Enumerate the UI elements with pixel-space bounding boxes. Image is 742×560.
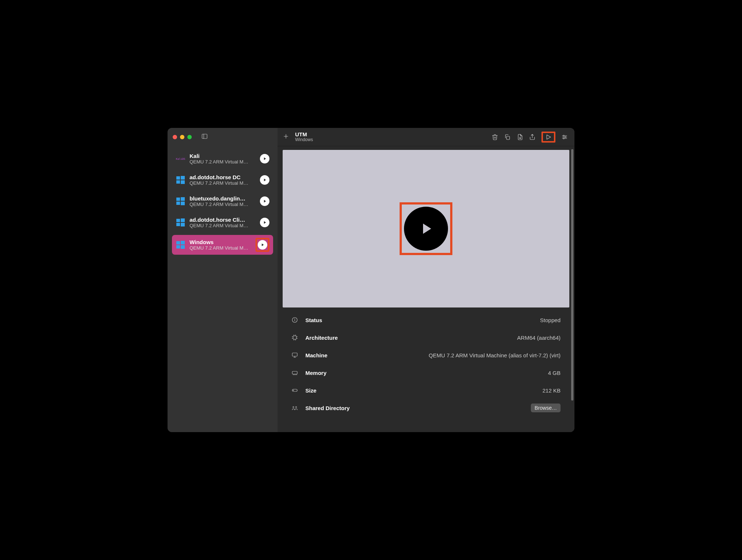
vm-item-text: Kali QEMU 7.2 ARM Virtual M… [190, 153, 256, 165]
svg-rect-9 [176, 202, 180, 205]
browse-button[interactable]: Browse… [531, 404, 561, 412]
preview-play-button[interactable] [404, 207, 448, 251]
detail-label: Memory [305, 370, 327, 376]
import-button[interactable] [517, 134, 523, 140]
svg-rect-46 [292, 371, 297, 374]
svg-rect-0 [202, 134, 207, 139]
detail-row-status: Status Stopped [291, 311, 561, 329]
svg-rect-21 [507, 136, 510, 139]
vm-item-subtitle: QEMU 7.2 ARM Virtual M… [190, 180, 256, 186]
vm-list: KaliOS Kali QEMU 7.2 ARM Virtual M… a [168, 146, 278, 255]
vm-item-bluetuxedo[interactable]: bluetuxedo.danglin… QEMU 7.2 ARM Virtual… [172, 192, 273, 210]
run-button[interactable] [545, 134, 552, 140]
sidebar: KaliOS Kali QEMU 7.2 ARM Virtual M… a [168, 128, 278, 432]
vm-preview [283, 150, 569, 307]
svg-rect-5 [176, 180, 180, 184]
scrollbar-track[interactable] [571, 149, 574, 428]
highlight-ring [400, 202, 452, 255]
vm-start-button[interactable] [260, 196, 269, 206]
detail-row-shared-directory: Shared Directory Browse… [291, 399, 561, 417]
vm-item-ad-dc[interactable]: ad.dotdot.horse DC QEMU 7.2 ARM Virtual … [172, 171, 273, 189]
detail-label: Size [305, 387, 316, 394]
vm-item-text: Windows QEMU 7.2 ARM Virtual M… [190, 239, 252, 251]
app-title: UTM [295, 132, 313, 138]
vm-details: Status Stopped Architecture ARM64 (aarch… [283, 307, 569, 432]
vm-item-text: ad.dotdot.horse DC QEMU 7.2 ARM Virtual … [190, 174, 256, 186]
toolbar-title-group: UTM Windows [295, 132, 313, 143]
vm-item-text: ad.dotdot.horse Cli… QEMU 7.2 ARM Virtua… [190, 217, 256, 228]
settings-button[interactable] [561, 134, 568, 140]
memory-icon [291, 369, 299, 376]
detail-row-memory: Memory 4 GB [291, 364, 561, 382]
svg-rect-3 [176, 176, 180, 180]
svg-rect-7 [176, 198, 180, 201]
svg-rect-6 [181, 180, 185, 184]
svg-text:KaliOS: KaliOS [176, 158, 185, 161]
vm-item-name: Kali [190, 153, 256, 159]
svg-rect-18 [181, 245, 185, 249]
svg-rect-14 [181, 223, 185, 226]
svg-rect-4 [181, 176, 185, 180]
windows-os-icon [176, 240, 186, 250]
windows-os-icon [176, 217, 186, 228]
vm-start-button[interactable] [258, 240, 267, 250]
vm-item-subtitle: QEMU 7.2 ARM Virtual M… [190, 223, 256, 228]
svg-point-52 [293, 390, 294, 391]
detail-row-size: Size 212 KB [291, 382, 561, 399]
detail-value: 4 GB [548, 370, 561, 376]
detail-value: 212 KB [543, 387, 561, 394]
detail-label: Shared Directory [305, 405, 350, 411]
vm-start-button[interactable] [260, 154, 269, 163]
vm-item-text: bluetuxedo.danglin… QEMU 7.2 ARM Virtual… [190, 195, 256, 207]
svg-rect-10 [181, 202, 185, 205]
toolbar: UTM Windows [278, 128, 574, 146]
share-button[interactable] [529, 134, 536, 140]
add-vm-button[interactable] [281, 132, 291, 143]
vm-start-button[interactable] [260, 218, 269, 227]
vm-item-windows[interactable]: Windows QEMU 7.2 ARM Virtual M… [172, 235, 273, 255]
detail-value: QEMU 7.2 ARM Virtual Machine (alias of v… [429, 352, 561, 358]
windows-os-icon [176, 175, 186, 185]
main-panel: UTM Windows [278, 128, 574, 432]
svg-point-33 [295, 319, 295, 319]
vm-item-name: bluetuxedo.danglin… [190, 195, 256, 202]
vm-item-subtitle: QEMU 7.2 ARM Virtual M… [190, 159, 256, 165]
sidebar-toggle-icon[interactable] [201, 133, 208, 141]
detail-label: Status [305, 317, 322, 323]
content-area: Status Stopped Architecture ARM64 (aarch… [278, 146, 574, 432]
delete-button[interactable] [492, 134, 498, 140]
vm-item-subtitle: QEMU 7.2 ARM Virtual M… [190, 202, 256, 207]
scrollbar-thumb[interactable] [571, 149, 573, 401]
svg-rect-16 [181, 241, 185, 244]
highlight-ring [541, 132, 555, 143]
svg-rect-12 [181, 218, 185, 222]
drive-icon [291, 387, 299, 394]
svg-rect-13 [176, 223, 180, 226]
display-icon [291, 352, 299, 358]
clone-button[interactable] [504, 134, 511, 140]
highlight-ring [256, 238, 269, 252]
shared-folder-icon [291, 405, 299, 411]
detail-row-architecture: Architecture ARM64 (aarch64) [291, 329, 561, 346]
vm-item-subtitle: QEMU 7.2 ARM Virtual M… [190, 245, 252, 251]
vm-item-ad-client[interactable]: ad.dotdot.horse Cli… QEMU 7.2 ARM Virtua… [172, 214, 273, 231]
svg-rect-17 [176, 245, 180, 248]
close-window-button[interactable] [173, 135, 177, 139]
window-controls [173, 135, 192, 139]
svg-point-30 [563, 138, 564, 139]
svg-point-29 [565, 136, 566, 137]
vm-item-kali[interactable]: KaliOS Kali QEMU 7.2 ARM Virtual M… [172, 150, 273, 167]
detail-label: Architecture [305, 335, 338, 341]
vm-item-name: ad.dotdot.horse DC [190, 174, 256, 180]
vm-start-button[interactable] [260, 175, 269, 185]
app-subtitle: Windows [295, 137, 313, 142]
detail-value: Stopped [540, 317, 561, 323]
detail-row-machine: Machine QEMU 7.2 ARM Virtual Machine (al… [291, 346, 561, 364]
sidebar-header [168, 128, 278, 146]
app-window: KaliOS Kali QEMU 7.2 ARM Virtual M… a [168, 128, 574, 432]
zoom-window-button[interactable] [187, 135, 192, 139]
detail-label: Machine [305, 352, 327, 358]
svg-rect-8 [181, 197, 185, 201]
minimize-window-button[interactable] [180, 135, 184, 139]
svg-rect-15 [176, 241, 180, 244]
